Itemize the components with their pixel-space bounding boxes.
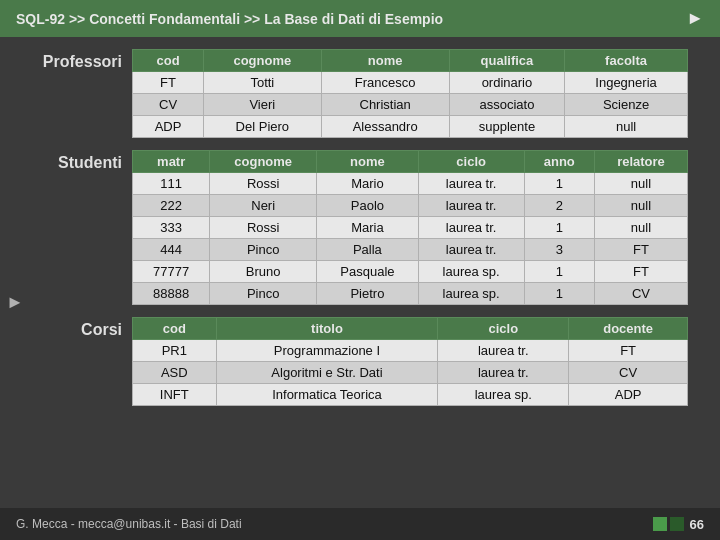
professori-col-nome: nome xyxy=(321,50,449,72)
cell: 1 xyxy=(524,173,594,195)
footer-square-dark xyxy=(670,517,684,531)
cell: Ingegneria xyxy=(565,72,688,94)
corsi-label: Corsi xyxy=(42,317,122,339)
cell: FT xyxy=(569,340,688,362)
top-bar: SQL-92 >> Concetti Fondamentali >> La Ba… xyxy=(0,0,720,37)
cell: Vieri xyxy=(204,94,321,116)
cell: laurea sp. xyxy=(418,261,524,283)
corsi-col-ciclo: ciclo xyxy=(438,318,569,340)
cell: FT xyxy=(133,72,204,94)
cell: Palla xyxy=(317,239,419,261)
studenti-col-nome: nome xyxy=(317,151,419,173)
cell: supplente xyxy=(449,116,564,138)
cell: Rossi xyxy=(210,217,317,239)
cell: Algoritmi e Str. Dati xyxy=(216,362,438,384)
cell: 3 xyxy=(524,239,594,261)
table-row: FT Totti Francesco ordinario Ingegneria xyxy=(133,72,688,94)
table-row: INFT Informatica Teorica laurea sp. ADP xyxy=(133,384,688,406)
corsi-col-titolo: titolo xyxy=(216,318,438,340)
cell: Rossi xyxy=(210,173,317,195)
table-row: 222 Neri Paolo laurea tr. 2 null xyxy=(133,195,688,217)
table-row: PR1 Programmazione I laurea tr. FT xyxy=(133,340,688,362)
cell: Pietro xyxy=(317,283,419,305)
tables-area: Professori cod cognome nome qualifica fa… xyxy=(30,45,700,500)
cell: Del Piero xyxy=(204,116,321,138)
cell: CV xyxy=(569,362,688,384)
table-row: CV Vieri Christian associato Scienze xyxy=(133,94,688,116)
cell: INFT xyxy=(133,384,217,406)
footer-square-green xyxy=(653,517,667,531)
cell: Maria xyxy=(317,217,419,239)
cell: Mario xyxy=(317,173,419,195)
studenti-col-cognome: cognome xyxy=(210,151,317,173)
table-row: 333 Rossi Maria laurea tr. 1 null xyxy=(133,217,688,239)
professori-label: Professori xyxy=(42,49,122,71)
cell: 111 xyxy=(133,173,210,195)
table-row: 111 Rossi Mario laurea tr. 1 null xyxy=(133,173,688,195)
cell: null xyxy=(594,217,687,239)
cell: null xyxy=(594,173,687,195)
studenti-col-relatore: relatore xyxy=(594,151,687,173)
cell: Bruno xyxy=(210,261,317,283)
main-container: SQL-92 >> Concetti Fondamentali >> La Ba… xyxy=(0,0,720,540)
cell: 222 xyxy=(133,195,210,217)
cell: Alessandro xyxy=(321,116,449,138)
professori-col-cod: cod xyxy=(133,50,204,72)
cell: Pinco xyxy=(210,283,317,305)
cell: laurea tr. xyxy=(418,239,524,261)
table-row: 77777 Bruno Pasquale laurea sp. 1 FT xyxy=(133,261,688,283)
corsi-col-docente: docente xyxy=(569,318,688,340)
cell: laurea sp. xyxy=(418,283,524,305)
professori-section: Professori cod cognome nome qualifica fa… xyxy=(42,49,688,138)
table-row: 88888 Pinco Pietro laurea sp. 1 CV xyxy=(133,283,688,305)
content-area: ► Professori cod cognome nome qualifica … xyxy=(0,37,720,508)
cell: 88888 xyxy=(133,283,210,305)
cell: CV xyxy=(594,283,687,305)
cell: ADP xyxy=(569,384,688,406)
cell: 77777 xyxy=(133,261,210,283)
cell: laurea tr. xyxy=(438,340,569,362)
professori-col-qualifica: qualifica xyxy=(449,50,564,72)
studenti-col-ciclo: ciclo xyxy=(418,151,524,173)
cell: ADP xyxy=(133,116,204,138)
table-row: ADP Del Piero Alessandro supplente null xyxy=(133,116,688,138)
studenti-section: Studenti matr cognome nome ciclo anno re… xyxy=(42,150,688,305)
cell: Christian xyxy=(321,94,449,116)
cell: 1 xyxy=(524,283,594,305)
cell: Pinco xyxy=(210,239,317,261)
professori-table: cod cognome nome qualifica facolta FT To… xyxy=(132,49,688,138)
corsi-col-cod: cod xyxy=(133,318,217,340)
left-sidebar: ► xyxy=(0,45,30,500)
studenti-label: Studenti xyxy=(42,150,122,172)
studenti-col-anno: anno xyxy=(524,151,594,173)
cell: Informatica Teorica xyxy=(216,384,438,406)
corsi-section: Corsi cod titolo ciclo docente PR1 xyxy=(42,317,688,406)
cell: 1 xyxy=(524,217,594,239)
cell: Pasquale xyxy=(317,261,419,283)
cell: PR1 xyxy=(133,340,217,362)
cell: Neri xyxy=(210,195,317,217)
cell: laurea sp. xyxy=(438,384,569,406)
professori-col-facolta: facolta xyxy=(565,50,688,72)
right-sidebar xyxy=(700,45,720,500)
cell: null xyxy=(565,116,688,138)
professori-col-cognome: cognome xyxy=(204,50,321,72)
cell: laurea tr. xyxy=(418,217,524,239)
table-row: ASD Algoritmi e Str. Dati laurea tr. CV xyxy=(133,362,688,384)
cell: 444 xyxy=(133,239,210,261)
footer-text: G. Mecca - mecca@unibas.it - Basi di Dat… xyxy=(16,517,242,531)
header-title: SQL-92 >> Concetti Fondamentali >> La Ba… xyxy=(16,11,443,27)
cell: laurea tr. xyxy=(418,195,524,217)
header-arrow[interactable]: ► xyxy=(686,8,704,29)
cell: null xyxy=(594,195,687,217)
cell: FT xyxy=(594,239,687,261)
cell: CV xyxy=(133,94,204,116)
cell: ordinario xyxy=(449,72,564,94)
studenti-table: matr cognome nome ciclo anno relatore 11… xyxy=(132,150,688,305)
cell: ASD xyxy=(133,362,217,384)
cell: Paolo xyxy=(317,195,419,217)
footer-page-number: 66 xyxy=(690,517,704,532)
cell: laurea tr. xyxy=(418,173,524,195)
cell: Programmazione I xyxy=(216,340,438,362)
nav-arrow[interactable]: ► xyxy=(6,292,24,313)
